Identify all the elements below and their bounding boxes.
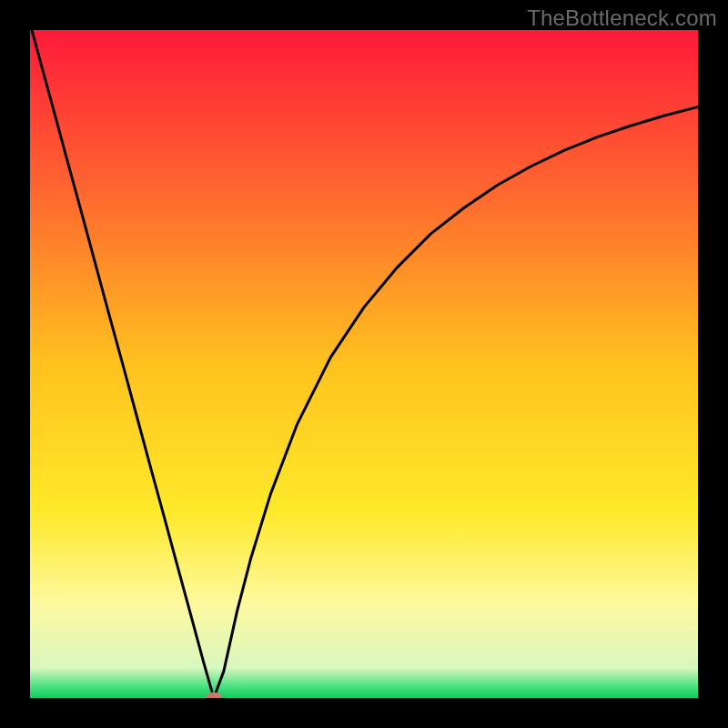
- watermark-label: TheBottleneck.com: [527, 5, 717, 31]
- minimum-marker: [30, 30, 698, 698]
- svg-point-1: [206, 692, 222, 698]
- plot-area: [30, 30, 698, 698]
- chart-frame: TheBottleneck.com: [0, 0, 728, 728]
